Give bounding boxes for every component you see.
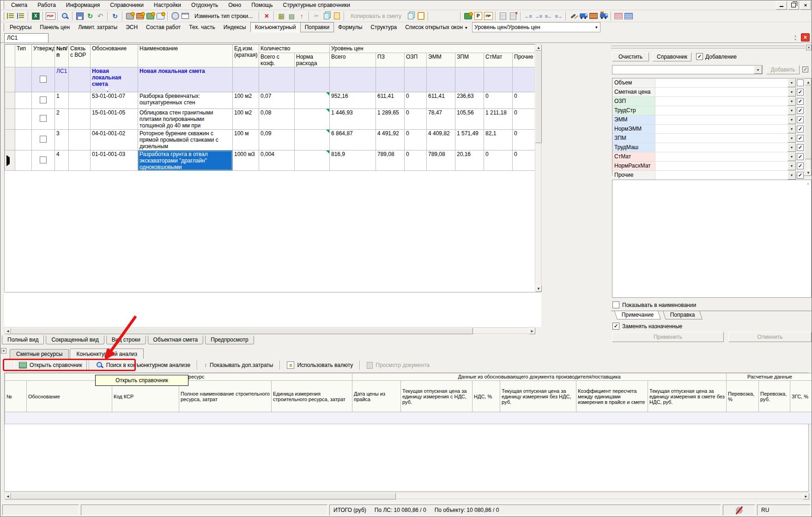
paste-icon[interactable] (332, 11, 342, 21)
materials-bricks-icon[interactable] (588, 11, 599, 21)
price-book-icon[interactable] (463, 11, 473, 21)
cell-name-selected[interactable]: Разработка грунта в отвал экскаваторами … (138, 150, 233, 171)
tree-next-icon[interactable] (16, 11, 26, 21)
cell-approved[interactable] (32, 92, 55, 109)
view-tab-obektnaya[interactable]: Объектная смета (148, 336, 204, 344)
cell-val[interactable] (405, 67, 427, 92)
param-row-trudmash[interactable]: ТрудМаш ▼ (612, 143, 811, 152)
cell-approved[interactable] (32, 109, 55, 130)
cell-num[interactable]: 4 (55, 150, 69, 171)
status-language[interactable]: RU (757, 505, 811, 516)
cell-ozp[interactable]: 0 (405, 109, 427, 130)
adding-checkbox-row[interactable]: Добавление (696, 53, 737, 60)
view-tab-vid-stroki[interactable]: Вид строки (106, 336, 146, 344)
normatives-blue-books-icon[interactable] (624, 11, 634, 21)
param-checkbox[interactable] (797, 153, 804, 160)
scroll-up-button[interactable]: ▲ (805, 79, 812, 85)
empty-row[interactable] (5, 412, 812, 424)
reference-button[interactable]: Справочник (653, 52, 691, 61)
selected-cell[interactable]: Разработка грунта в отвал экскаваторами … (138, 150, 232, 170)
param-value-field[interactable] (655, 125, 788, 133)
cell-prochie[interactable]: 0 (513, 130, 536, 150)
view-tab-predprosmotr[interactable]: Предпросмотр (205, 336, 254, 344)
copy-icon[interactable] (321, 11, 332, 21)
replace-assigned-row[interactable]: Заменять назначенные (612, 323, 682, 330)
tab-teh-chast[interactable]: Тех. часть (185, 23, 219, 32)
copy-to-estimate-paste-icon[interactable] (416, 11, 426, 21)
web-update-icon[interactable] (170, 11, 180, 21)
delete-list-icon[interactable]: × (508, 11, 518, 21)
document-tab-ls1[interactable]: ЛС1 (4, 33, 48, 42)
param-dropdown-icon[interactable]: ▼ (788, 97, 796, 106)
param-value-field[interactable] (655, 78, 788, 87)
cell-basis[interactable]: 04-01-001-02 (91, 130, 138, 150)
grid-horizontal-scrollbar[interactable]: ◄ ► (4, 327, 535, 334)
show-extra-costs-button[interactable]: ↕ Показывать доп.затраты (200, 359, 278, 371)
cell-name[interactable]: Роторное бурение скважин с прямой промыв… (138, 130, 233, 150)
outdent-left-icon[interactable]: ≡← (543, 11, 553, 21)
param-value-field[interactable] (655, 152, 788, 161)
cell-val[interactable] (513, 67, 536, 92)
approved-checkbox[interactable] (40, 76, 47, 83)
param-dropdown-icon[interactable]: ▼ (788, 125, 796, 133)
cell-num[interactable]: 2 (55, 109, 69, 130)
menu-otdohnut[interactable]: Отдохнуть (187, 1, 223, 9)
scroll-left-button[interactable]: ◄ (5, 493, 11, 499)
param-dropdown-icon[interactable]: ▼ (788, 88, 796, 96)
save-icon[interactable] (75, 11, 85, 21)
edit-list-icon[interactable] (498, 11, 508, 21)
panel-grip[interactable] (611, 48, 805, 49)
tab-panel-cen[interactable]: Панель цен (36, 23, 74, 32)
add-button[interactable]: Добавить (766, 65, 800, 74)
param-value-field[interactable] (655, 162, 788, 170)
tab-popravki[interactable]: Поправки (300, 22, 334, 32)
cell-prochie[interactable]: 0 (513, 109, 536, 130)
cell-tip[interactable] (15, 130, 32, 150)
estimate-title-row[interactable]: ЛС1 Новая локальная смета Новая локальна… (5, 67, 536, 92)
cell-name[interactable]: Облицовка стен гранитными плитами полиро… (138, 109, 233, 130)
cell-pz[interactable]: 1 289,65 (376, 109, 405, 130)
refresh-icon[interactable]: ↻ (85, 11, 95, 21)
cell-tip[interactable] (15, 150, 32, 171)
estimate-row[interactable]: 1 53-01-001-07 Разборка бревенчатых: ошт… (5, 92, 536, 109)
param-value-field[interactable] (655, 97, 788, 106)
estimate-row[interactable]: 2 15-01-001-05 Облицовка стен гранитными… (5, 109, 536, 130)
tree-expand-icon[interactable] (6, 11, 16, 21)
cell-norm[interactable] (295, 109, 330, 130)
estimate-row[interactable]: 3 04-01-001-02 Роторное бурение скважин … (5, 130, 536, 150)
bottom-tab-smetnye-resursy[interactable]: Сметные ресурсы (10, 349, 69, 359)
approved-checkbox[interactable] (40, 115, 47, 122)
param-checkbox[interactable] (797, 107, 804, 114)
cell-zpm[interactable]: 105,56 (455, 109, 484, 130)
cell-basis[interactable]: 53-01-001-07 (91, 92, 138, 109)
menu-strukturnye[interactable]: Структурные справочники (278, 1, 355, 9)
cell-unit[interactable]: 100 м (233, 130, 259, 150)
scroll-right-button[interactable]: ► (803, 493, 809, 499)
cell-qty[interactable]: 0,07 (259, 92, 295, 109)
search-icon[interactable] (60, 11, 70, 21)
price-pr-icon[interactable]: ПР (483, 11, 493, 21)
price-p-icon[interactable]: P (473, 11, 483, 21)
tab-scroll-buttons[interactable]: ▲▼ (791, 34, 800, 42)
cell-stmat[interactable]: 1 211,18 (484, 109, 513, 130)
cell-basis[interactable]: 01-01-001-03 (91, 150, 138, 171)
indent-up-icon[interactable]: →≡ (533, 11, 543, 21)
cut-icon[interactable]: ✂ (311, 11, 321, 21)
show-in-name-row[interactable]: Показывать в наименовании (612, 301, 696, 308)
param-row-normemm[interactable]: НормЭММ ▼ (612, 125, 811, 134)
menu-pomosh[interactable]: Помощь (247, 1, 277, 9)
tab-resursy[interactable]: Ресурсы (6, 23, 36, 32)
tab-formuly[interactable]: Формулы (334, 23, 366, 32)
menubar-grip[interactable] (2, 1, 4, 9)
cell-vor[interactable] (69, 109, 91, 130)
move-up-icon[interactable]: ↑ (297, 11, 307, 21)
panel-close-button[interactable]: × (806, 45, 812, 50)
cell-val[interactable] (330, 67, 376, 92)
delivery-truck-icon[interactable] (599, 11, 609, 21)
param-value-field[interactable] (655, 171, 788, 180)
param-row-stmat[interactable]: СтМат ▼ (612, 152, 811, 162)
scroll-thumb[interactable] (11, 328, 473, 334)
replace-assigned-checkbox[interactable] (612, 323, 619, 330)
menu-smeta[interactable]: Смета (6, 1, 32, 9)
cell-qty[interactable] (259, 67, 295, 92)
